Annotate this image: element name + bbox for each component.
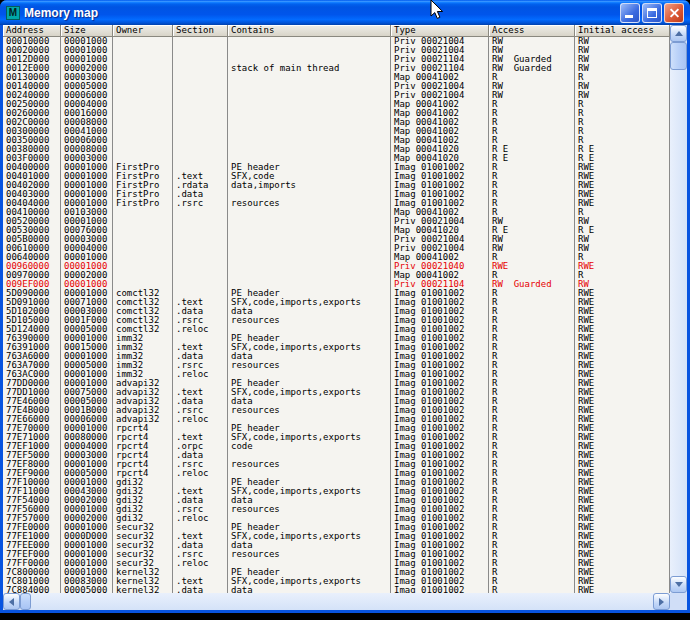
- table-row[interactable]: 77FEE00000001000secur32.datadataImag 010…: [3, 541, 670, 550]
- cell-size: 00080000: [61, 433, 113, 442]
- table-row[interactable]: 5D09000000001000comctl32PE headerImag 01…: [3, 289, 670, 298]
- cell-initial: RWE: [575, 478, 670, 487]
- table-row[interactable]: 77E4600000005000advapi32.datadataImag 01…: [3, 397, 670, 406]
- vertical-scrollbar[interactable]: [670, 25, 687, 593]
- table-row[interactable]: 0041000000103000Map 00041002RR: [3, 208, 670, 217]
- table-row[interactable]: 77E4B0000001B000advapi32.rsrcresourcesIm…: [3, 406, 670, 415]
- horizontal-scrollbar[interactable]: [3, 593, 670, 610]
- column-header-type[interactable]: Type: [391, 25, 489, 37]
- cell-owner: secur32: [113, 550, 173, 559]
- table-row[interactable]: 77DD100000075000advapi32.textSFX,code,im…: [3, 388, 670, 397]
- scroll-left-button[interactable]: [3, 593, 20, 610]
- table-row[interactable]: 77F5700000002000gdi32.relocImag 01001002…: [3, 514, 670, 523]
- table-row[interactable]: 77E6600000006000advapi32.relocImag 01001…: [3, 415, 670, 424]
- table-row[interactable]: 7C88400000005000kernel32.datadataImag 01…: [3, 586, 670, 593]
- column-header-size[interactable]: Size: [61, 25, 113, 37]
- table-row[interactable]: 0040200000001000FirstPro.rdatadata,impor…: [3, 181, 670, 190]
- table-row[interactable]: 0026000000016000Map 00041002RR: [3, 109, 670, 118]
- table-row[interactable]: 77F5400000002000gdi32.datadataImag 01001…: [3, 496, 670, 505]
- table-row[interactable]: 77EF500000003000rpcrt4.dataImag 01001002…: [3, 451, 670, 460]
- cell-initial: RWE: [575, 289, 670, 298]
- table-row[interactable]: 0061000000004000Priv 00021004RWRW: [3, 244, 670, 253]
- vertical-scroll-thumb[interactable]: [670, 42, 687, 70]
- table-row[interactable]: 0025000000004000Map 00041002RR: [3, 100, 670, 109]
- titlebar[interactable]: M Memory map: [0, 0, 690, 25]
- table-row[interactable]: 77FE10000000D000secur32.textSFX,code,imp…: [3, 532, 670, 541]
- table-row[interactable]: 0024000000006000Priv 00021004RWRW: [3, 91, 670, 100]
- table-row[interactable]: 0053000000076000Map 00041020R ER E: [3, 226, 670, 235]
- close-button[interactable]: [664, 3, 684, 23]
- cell-initial: RWE: [575, 190, 670, 199]
- table-row[interactable]: 0097000000002000Map 00041002RR: [3, 271, 670, 280]
- table-row[interactable]: 7639100000015000imm32.textSFX,code,impor…: [3, 343, 670, 352]
- table-row[interactable]: 0040300000001000FirstPro.dataImag 010010…: [3, 190, 670, 199]
- table-row[interactable]: 0040400000001000FirstPro.rsrcresourcesIm…: [3, 199, 670, 208]
- column-header-access[interactable]: Access: [489, 25, 575, 37]
- table-row[interactable]: 5D1050000001F000comctl32.rsrcresourcesIm…: [3, 316, 670, 325]
- cell-owner: rpcrt4: [113, 442, 173, 451]
- table-row[interactable]: 0012E00000002000stack of main threadPriv…: [3, 64, 670, 73]
- cell-type: Imag 01001002: [391, 469, 489, 478]
- table-row[interactable]: 763A700000005000imm32.rsrcresourcesImag …: [3, 361, 670, 370]
- column-header-section[interactable]: Section: [173, 25, 228, 37]
- table-row[interactable]: 0014000000005000Priv 00021004RWRW: [3, 82, 670, 91]
- table-row[interactable]: 0052000000001000Priv 00021004RWRW: [3, 217, 670, 226]
- table-row[interactable]: 77F1100000043000gdi32.textSFX,code,impor…: [3, 487, 670, 496]
- table-row[interactable]: 0064000000001000Map 00041002RR: [3, 253, 670, 262]
- table-row[interactable]: 009EF00000001000Priv 00021104RW GuardedR…: [3, 280, 670, 289]
- cell-contains: SFX,code,imports,exports: [228, 487, 391, 496]
- column-header-initial[interactable]: Initial access: [575, 25, 670, 37]
- table-row[interactable]: 0013000000003000Map 00041002RR: [3, 73, 670, 82]
- table-row[interactable]: 5D10200000003000comctl32.datadataImag 01…: [3, 307, 670, 316]
- column-header-owner[interactable]: Owner: [113, 25, 173, 37]
- cell-type: Imag 01001002: [391, 388, 489, 397]
- table-row[interactable]: 7C80000000001000kernel32PE headerImag 01…: [3, 568, 670, 577]
- table-row[interactable]: 77F1000000001000gdi32PE headerImag 01001…: [3, 478, 670, 487]
- horizontal-scroll-thumb[interactable]: [20, 593, 31, 610]
- table-row[interactable]: 0002000000001000Priv 00021004RWRW: [3, 46, 670, 55]
- table-row[interactable]: 005B000000003000Priv 00021004RWRW: [3, 235, 670, 244]
- scroll-up-button[interactable]: [670, 25, 687, 42]
- cell-owner: rpcrt4: [113, 433, 173, 442]
- table-row[interactable]: 77E7100000080000rpcrt4.textSFX,code,impo…: [3, 433, 670, 442]
- table-row[interactable]: 7C80100000083000kernel32.textSFX,code,im…: [3, 577, 670, 586]
- column-header-address[interactable]: Address: [3, 25, 61, 37]
- table-row[interactable]: 0030000000041000Map 00041002RR: [3, 127, 670, 136]
- minimize-button[interactable]: [620, 3, 640, 23]
- table-row[interactable]: 5D12400000005000comctl32.relocImag 01001…: [3, 325, 670, 334]
- table-row[interactable]: 0035000000006000Map 00041002RR: [3, 136, 670, 145]
- cell-access: R: [489, 514, 575, 523]
- cell-contains: [228, 469, 391, 478]
- table-row[interactable]: 5D09100000071000comctl32.textSFX,code,im…: [3, 298, 670, 307]
- cell-section: .reloc: [173, 325, 228, 334]
- table-row[interactable]: 77FE000000001000secur32PE headerImag 010…: [3, 523, 670, 532]
- table-row[interactable]: 77F5600000001000gdi32.rsrcresourcesImag …: [3, 505, 670, 514]
- table-row[interactable]: 003F000000003000Map 00041020R ER E: [3, 154, 670, 163]
- column-header-contains[interactable]: Contains: [228, 25, 391, 37]
- table-row[interactable]: 77E7000000001000rpcrt4PE headerImag 0100…: [3, 424, 670, 433]
- table-row[interactable]: 0040100000001000FirstPro.textSFX,codeIma…: [3, 172, 670, 181]
- table-row[interactable]: 77EF900000005000rpcrt4.relocImag 0100100…: [3, 469, 670, 478]
- table-row[interactable]: 77EF800000001000rpcrt4.rsrcresourcesImag…: [3, 460, 670, 469]
- table-row[interactable]: 0012D00000001000Priv 00021104RW GuardedR…: [3, 55, 670, 64]
- cell-access: R: [489, 559, 575, 568]
- table-row[interactable]: 0096000000001000Priv 00021040RWERWE: [3, 262, 670, 271]
- table-row[interactable]: 763AC00000001000imm32.relocImag 01001002…: [3, 370, 670, 379]
- table-row[interactable]: 77FEF00000001000secur32.rsrcresourcesIma…: [3, 550, 670, 559]
- table-row[interactable]: 77DD000000001000advapi32PE headerImag 01…: [3, 379, 670, 388]
- cell-owner: [113, 226, 173, 235]
- scroll-right-button[interactable]: [653, 593, 670, 610]
- table-row[interactable]: 0038000000008000Map 00041020R ER E: [3, 145, 670, 154]
- table-row[interactable]: 77FF000000001000secur32.relocImag 010010…: [3, 559, 670, 568]
- table-row[interactable]: 002C000000008000Map 00041002RR: [3, 118, 670, 127]
- table-row[interactable]: 77EF100000004000rpcrt4.orpccodeImag 0100…: [3, 442, 670, 451]
- table-row[interactable]: 7639000000001000imm32PE headerImag 01001…: [3, 334, 670, 343]
- up-arrow-icon: [675, 31, 683, 36]
- cell-owner: FirstPro: [113, 172, 173, 181]
- table-row[interactable]: 0001000000001000Priv 00021004RWRW: [3, 37, 670, 46]
- table-row[interactable]: 763A600000001000imm32.datadataImag 01001…: [3, 352, 670, 361]
- table-row[interactable]: 0040000000001000FirstProPE headerImag 01…: [3, 163, 670, 172]
- cell-section: .data: [173, 307, 228, 316]
- maximize-button[interactable]: [642, 3, 662, 23]
- scroll-down-button[interactable]: [670, 576, 687, 593]
